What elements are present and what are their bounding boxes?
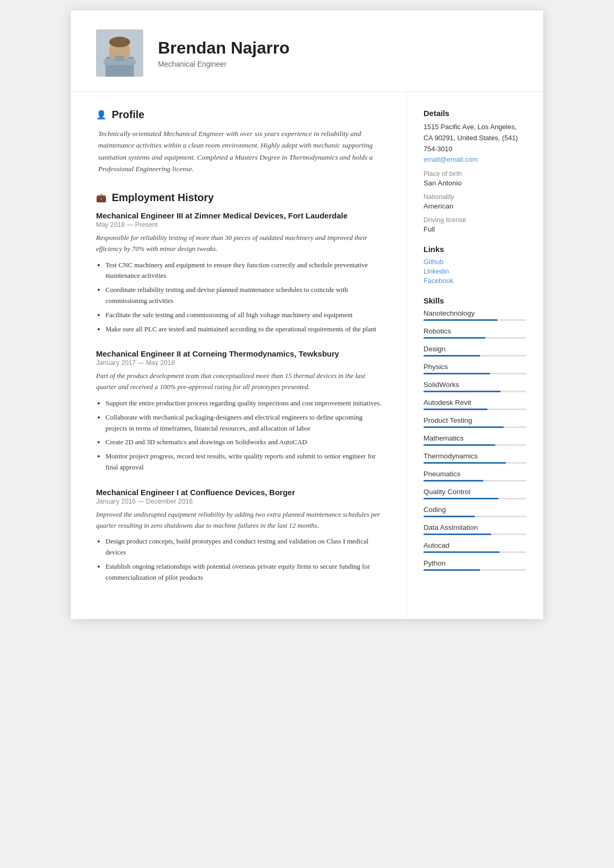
email-link[interactable]: email@email.com — [424, 155, 478, 163]
skill-name: Robotics — [424, 327, 526, 335]
skill-name: Python — [424, 559, 526, 567]
skill-name: Thermodynamics — [424, 452, 526, 460]
job-entry: Mechanical Engineer III at Zimner Medica… — [96, 211, 385, 334]
skill-name: Product Testing — [424, 416, 526, 424]
job-dates: January 2016 — December 2016 — [96, 498, 385, 505]
skill-name: Pneumatics — [424, 470, 526, 478]
profile-icon: 👤 — [96, 110, 107, 120]
skill-name: Quality Control — [424, 488, 526, 496]
link-item[interactable]: Linkedin — [424, 267, 526, 275]
job-bullets: Support the entire production process re… — [96, 398, 385, 473]
nationality-value: American — [424, 202, 526, 210]
list-item: Make sure all PLC are tested and maintai… — [105, 324, 385, 335]
skill-item: Data Assimilation — [424, 524, 526, 535]
skill-name: Design — [424, 345, 526, 353]
skill-name: Mathematics — [424, 434, 526, 442]
employment-icon: 💼 — [96, 193, 107, 203]
skill-item: Coding — [424, 506, 526, 517]
skill-name: Physics — [424, 363, 526, 371]
job-dates: May 2018 — Present — [96, 221, 385, 228]
list-item: Support the entire production process re… — [105, 398, 385, 409]
skill-bar-background — [424, 409, 526, 410]
driving-license-label: Driving license — [424, 216, 526, 224]
skill-bar-fill — [424, 534, 491, 535]
header: Brendan Najarro Mechanical Engineer — [71, 11, 543, 92]
skill-bar-fill — [424, 391, 501, 392]
job-description: Part of the product development team tha… — [96, 371, 385, 393]
skill-bar-fill — [424, 480, 483, 482]
skill-bar-fill — [424, 355, 480, 357]
skill-bar-background — [424, 516, 526, 517]
skill-bar-background — [424, 551, 526, 553]
details-section: Details 1515 Pacific Ave, Los Angeles, C… — [424, 109, 526, 233]
job-dates: January 2017 — May 2018 — [96, 359, 385, 367]
skill-item: Python — [424, 559, 526, 571]
skill-item: Product Testing — [424, 416, 526, 428]
skill-bar-fill — [424, 319, 497, 321]
skill-bar-background — [424, 426, 526, 428]
candidate-title: Mechanical Engineer — [158, 60, 290, 68]
skill-bar-background — [424, 444, 526, 446]
employment-header: 💼 Employment History — [96, 192, 385, 204]
job-description: Improved the undisrupted equipment relia… — [96, 509, 385, 531]
profile-text: Technically orientated Mechanical Engine… — [96, 128, 385, 175]
job-description: Responsible for reliability testing of m… — [96, 233, 385, 255]
links-container: GithubLinkedinFacebook — [424, 258, 526, 285]
profile-section: 👤 Profile Technically orientated Mechani… — [96, 109, 385, 175]
link-item[interactable]: Github — [424, 258, 526, 266]
skill-bar-fill — [424, 373, 490, 374]
job-title: Mechanical Engineer I at Confluence Devi… — [96, 488, 385, 497]
job-bullets: Test CNC machinery and equipment to ensu… — [96, 260, 385, 335]
job-title: Mechanical Engineer III at Zimner Medica… — [96, 211, 385, 220]
skill-item: Design — [424, 345, 526, 357]
svg-point-3 — [109, 37, 130, 47]
job-title: Mechanical Engineer II at Corneing Therm… — [96, 349, 385, 358]
skill-item: Pneumatics — [424, 470, 526, 482]
list-item: Test CNC machinery and equipment to ensu… — [105, 260, 385, 282]
skill-bar-fill — [424, 337, 485, 339]
skills-title: Skills — [424, 296, 526, 305]
list-item: Establish ongoing relationships with pot… — [105, 561, 385, 583]
list-item: Facilitate the safe testing and commissi… — [105, 310, 385, 321]
skill-bar-background — [424, 355, 526, 357]
links-title: Links — [424, 245, 526, 254]
details-title: Details — [424, 109, 526, 118]
links-section: Links GithubLinkedinFacebook — [424, 245, 526, 285]
skill-item: Mathematics — [424, 434, 526, 446]
skill-bar-background — [424, 337, 526, 339]
svg-rect-5 — [115, 56, 124, 61]
profile-header: 👤 Profile — [96, 109, 385, 121]
skill-name: Data Assimilation — [424, 524, 526, 531]
skill-item: Autodesk Revit — [424, 399, 526, 410]
job-entry: Mechanical Engineer II at Corneing Therm… — [96, 349, 385, 473]
skill-item: Robotics — [424, 327, 526, 339]
candidate-name: Brendan Najarro — [158, 38, 290, 58]
skill-item: Thermodynamics — [424, 452, 526, 464]
link-item[interactable]: Facebook — [424, 277, 526, 285]
skill-bar-fill — [424, 569, 480, 571]
skills-section: Skills NanotechnologyRoboticsDesignPhysi… — [424, 296, 526, 571]
skill-bar-background — [424, 534, 526, 535]
list-item: Monitor project progress, record test re… — [105, 451, 385, 473]
skills-container: NanotechnologyRoboticsDesignPhysicsSolid… — [424, 309, 526, 571]
resume-container: Brendan Najarro Mechanical Engineer 👤 Pr… — [71, 11, 543, 619]
driving-license-value: Full — [424, 225, 526, 233]
address: 1515 Pacific Ave, Los Angeles, CA 90291,… — [424, 122, 526, 154]
skill-name: Coding — [424, 506, 526, 514]
skill-bar-background — [424, 480, 526, 482]
skill-bar-fill — [424, 498, 499, 499]
skill-item: Quality Control — [424, 488, 526, 499]
skill-bar-fill — [424, 444, 495, 446]
skill-bar-fill — [424, 426, 504, 428]
skill-item: Physics — [424, 363, 526, 374]
right-column: Details 1515 Pacific Ave, Los Angeles, C… — [407, 92, 543, 619]
header-info: Brendan Najarro Mechanical Engineer — [158, 38, 290, 68]
skill-bar-background — [424, 462, 526, 464]
skill-bar-fill — [424, 516, 475, 517]
place-of-birth-value: San Antonio — [424, 179, 526, 187]
skill-item: SolidWorks — [424, 381, 526, 392]
skill-bar-fill — [424, 462, 506, 464]
body: 👤 Profile Technically orientated Mechani… — [71, 92, 543, 619]
profile-title: Profile — [112, 109, 144, 121]
skill-item: Nanotechnology — [424, 309, 526, 321]
